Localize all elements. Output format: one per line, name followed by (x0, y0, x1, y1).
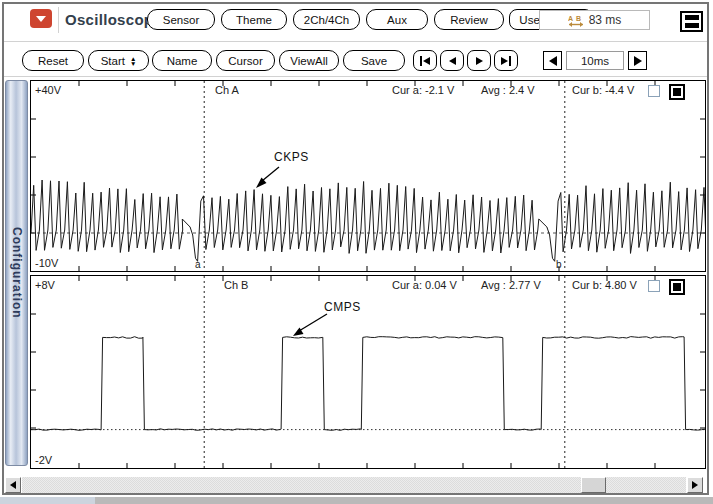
list-menu-icon[interactable] (680, 11, 703, 32)
reset-button-label: Reset (38, 55, 68, 67)
configuration-drawer-label: Configuration (10, 227, 24, 319)
right-arrow-icon (692, 481, 698, 489)
channel-b-name: Ch B (224, 279, 248, 291)
channel-b-cursor-a-readout: Cur a: 0.04 V (392, 279, 457, 291)
cmps-annotation: CMPS (324, 300, 361, 314)
right-arrow-icon (634, 56, 642, 66)
theme-button[interactable]: Theme (221, 9, 287, 30)
ab-cursor-time-icon: A B (568, 14, 584, 27)
reset-button[interactable]: Reset (22, 50, 84, 71)
menu-bar (685, 23, 699, 28)
toolbar-separator (4, 41, 707, 42)
start-button[interactable]: Start ▲▼ (88, 50, 149, 71)
channel-a-panel: +40V Ch A Cur a: -2.1 V Avg : 2.4 V Cur … (30, 80, 706, 272)
aux-button[interactable]: Aux (366, 9, 428, 30)
name-button-label: Name (167, 55, 198, 67)
channel-mode-label: 2Ch/4Ch (304, 14, 349, 26)
cur-a-value: -2.1 V (425, 84, 454, 96)
avg-value: 2.4 V (509, 84, 535, 96)
channel-a-vmin-label: -10V (35, 257, 58, 269)
left-arrow-icon (10, 481, 16, 489)
channel-b-vmax-label: +8V (35, 279, 55, 291)
cur-a-value: 0.04 V (425, 279, 457, 291)
channel-a-vmax-label: +40V (35, 84, 61, 96)
cur-b-label: Cur b: (572, 279, 602, 291)
avg-value: 2.77 V (509, 279, 541, 291)
channel-a-name: Ch A (215, 84, 239, 96)
skip-last-icon (501, 57, 508, 65)
avg-label: Avg : (481, 279, 506, 291)
toolbar-separator-2 (4, 76, 707, 77)
skip-first-icon (423, 57, 430, 65)
channel-b-color-toggle[interactable] (669, 279, 685, 295)
menu-bar (685, 15, 699, 20)
ab-time-value: 83 ms (589, 13, 622, 27)
review-button[interactable]: Review (434, 9, 504, 30)
cur-a-label: Cur a: (392, 279, 422, 291)
channel-a-color-toggle[interactable] (669, 84, 685, 100)
channel-a-checkbox[interactable] (648, 85, 660, 97)
desktop-strip-accent (0, 497, 95, 504)
svg-text:A: A (568, 14, 573, 21)
review-button-label: Review (450, 14, 488, 26)
cursor-button[interactable]: Cursor (216, 50, 275, 71)
channel-b-panel: +8V Ch B Cur a: 0.04 V Avg : 2.77 V Cur … (30, 275, 706, 469)
channel-b-waveform (31, 276, 705, 468)
start-button-label: Start (101, 55, 125, 67)
cursor-button-label: Cursor (228, 55, 263, 67)
timebase-decrease-button[interactable] (543, 51, 562, 70)
channel-b-checkbox[interactable] (648, 280, 660, 292)
aux-button-label: Aux (387, 14, 407, 26)
scroll-left-button[interactable] (5, 477, 21, 493)
skip-first-icon (420, 56, 423, 66)
save-button[interactable]: Save (343, 50, 405, 71)
color-swatch (673, 283, 681, 291)
channel-b-vmin-label: -2V (35, 454, 52, 466)
configuration-drawer[interactable]: Configuration (5, 80, 28, 466)
svg-text:B: B (576, 14, 581, 21)
avg-label: Avg : (481, 84, 506, 96)
cur-b-label: Cur b: (572, 84, 602, 96)
channel-a-waveform (31, 81, 705, 271)
theme-button-label: Theme (236, 14, 272, 26)
step-back-icon (449, 57, 456, 65)
timebase-readout: 10ms (566, 51, 624, 70)
viewall-button-label: ViewAll (290, 55, 328, 67)
scroll-right-button[interactable] (687, 477, 703, 493)
cur-b-value: -4.4 V (605, 84, 634, 96)
skip-first-button[interactable] (413, 50, 437, 71)
desktop-strip (0, 497, 713, 504)
app-menu-button[interactable] (30, 9, 52, 28)
name-button[interactable]: Name (152, 50, 212, 71)
channel-a-cursor-b-readout: Cur b: -4.4 V (572, 84, 634, 96)
channel-a-cursor-a-readout: Cur a: -2.1 V (392, 84, 454, 96)
horizontal-scrollbar-thumb[interactable] (581, 477, 606, 493)
save-button-label: Save (361, 55, 387, 67)
cur-b-value: 4.80 V (605, 279, 637, 291)
step-forward-button[interactable] (467, 50, 491, 71)
title-separator (58, 7, 59, 33)
step-forward-icon (476, 57, 483, 65)
cursor-a-tag: a (195, 259, 201, 270)
channel-a-avg-readout: Avg : 2.4 V (481, 84, 535, 96)
chevron-down-icon (36, 16, 46, 22)
sensor-button[interactable]: Sensor (147, 9, 215, 30)
skip-last-icon (509, 56, 512, 66)
left-arrow-icon (549, 56, 557, 66)
viewall-button[interactable]: ViewAll (279, 50, 339, 71)
channel-b-cursor-b-readout: Cur b: 4.80 V (572, 279, 637, 291)
ckps-annotation: CKPS (274, 150, 309, 164)
color-swatch (673, 88, 681, 96)
sensor-button-label: Sensor (163, 14, 199, 26)
start-spinner-icon: ▲▼ (130, 56, 136, 66)
ab-time-readout: A B 83 ms (539, 10, 650, 30)
cur-a-label: Cur a: (392, 84, 422, 96)
channel-b-avg-readout: Avg : 2.77 V (481, 279, 541, 291)
cursor-b-tag: b (556, 259, 562, 270)
timebase-value: 10ms (581, 55, 609, 67)
skip-last-button[interactable] (494, 50, 518, 71)
step-back-button[interactable] (440, 50, 464, 71)
timebase-increase-button[interactable] (628, 51, 647, 70)
channel-mode-button[interactable]: 2Ch/4Ch (293, 9, 360, 30)
